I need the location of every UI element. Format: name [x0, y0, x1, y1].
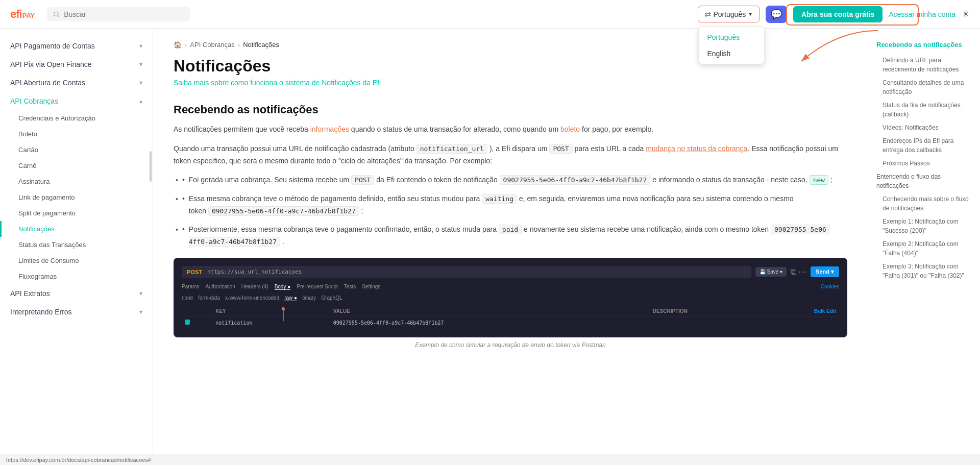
sidebar-sub-limites-consumo[interactable]: Limites de Consumo: [0, 253, 153, 268]
svg-point-0: [54, 12, 59, 16]
postman-tab-auth[interactable]: Authorization: [205, 284, 235, 290]
toc-item-status-fila[interactable]: Status da fila de notificações (callback…: [876, 99, 972, 121]
translate-icon: ⇄: [704, 9, 711, 19]
sidebar-item-erros[interactable]: Interpretando Erros ▾: [0, 303, 153, 321]
sidebar-label-abertura-contas: API Abertura de Contas: [10, 79, 85, 87]
postman-tabs: Params Authorization Headers (4) Body ● …: [182, 284, 839, 290]
lang-option-portuguese[interactable]: Português: [699, 29, 764, 45]
toc-item-defining-url[interactable]: Definindo a URL para recebimento de noti…: [876, 54, 972, 76]
discord-button[interactable]: 💬: [766, 6, 787, 23]
sidebar-item-pagamento-contas[interactable]: API Pagamento de Contas ▾: [0, 37, 153, 55]
postman-body-type-tabs: none form-data x-www-form-urlencoded raw…: [182, 295, 839, 301]
body-type-graphql[interactable]: GraphQL: [321, 295, 342, 301]
toc-item-videos[interactable]: Vídeos: Notificações: [876, 121, 972, 134]
search-icon: [53, 11, 60, 18]
body-type-form-data[interactable]: form-data: [198, 295, 220, 301]
code-token1: 09027955-5e06-4ff0-a9c7-46b47b8f1b27: [500, 175, 651, 185]
sidebar-sub-status-transacoes[interactable]: Status das Transações: [0, 237, 153, 253]
body-type-none[interactable]: none: [182, 295, 193, 301]
logo: efi PAY: [10, 8, 35, 21]
postman-url-bar: POST https://sua_url_notificacoes 💾 Save…: [182, 266, 839, 278]
postman-caption: Exemplo de como simular a requisição de …: [174, 341, 847, 349]
sidebar-sub-cartao[interactable]: Cartão: [0, 142, 153, 158]
logo-pay-text: PAY: [22, 12, 35, 19]
postman-tab-body[interactable]: Body ●: [275, 284, 291, 290]
toc-item-enderecos[interactable]: Endereços IPs da Efi para entrega dos ca…: [876, 134, 972, 157]
language-selector[interactable]: ⇄ Português ▼ Português English: [698, 6, 760, 22]
postman-cookies-link[interactable]: Cookies: [821, 284, 839, 290]
navbar-right: ⇄ Português ▼ Português English 💬 Abra s…: [698, 6, 970, 23]
sidebar-sub-fluxogramas[interactable]: Fluxogramas: [0, 268, 153, 284]
col-key: KEY: [212, 306, 330, 316]
sidebar-item-extratos[interactable]: API Extratos ▾: [0, 284, 153, 303]
chevron-up-icon: ▴: [139, 97, 142, 105]
toc-item-exemplo1[interactable]: Exemplo 1: Notificação com "Sucesso (200…: [876, 215, 972, 237]
link-mudanca-status[interactable]: mudança no status da cobrança: [646, 144, 747, 153]
code-waiting: waiting: [482, 194, 517, 204]
sidebar-item-cobrancas[interactable]: API Cobranças ▴: [0, 92, 153, 110]
toc-item-proximos-passos[interactable]: Próximos Passos: [876, 157, 972, 170]
chevron-down-icon: ▾: [139, 79, 142, 86]
theme-toggle-button[interactable]: ☀: [962, 9, 970, 20]
body-type-urlencoded[interactable]: x-www-form-urlencoded: [225, 295, 279, 301]
postman-row-value: 09027955-5e06-4ff0-a9c7-46b47b8f1b27: [330, 316, 650, 329]
chevron-down-icon: ▾: [139, 308, 142, 315]
sidebar-sub-carne[interactable]: Carnê: [0, 158, 153, 174]
postman-row-check: [182, 316, 212, 329]
language-dropdown: Português English: [698, 27, 765, 64]
body-type-binary[interactable]: binary: [302, 295, 316, 301]
sidebar-sub-boleto[interactable]: Boleto: [0, 126, 153, 142]
discord-icon: 💬: [771, 9, 782, 19]
search-input[interactable]: [64, 10, 184, 18]
sidebar-item-pix-open-finance[interactable]: API Pix via Open Finance ▾: [0, 55, 153, 74]
col-value: VALUE: [330, 306, 650, 316]
code-notification-url: notification_url: [416, 144, 487, 154]
sidebar-sub-link-pagamento[interactable]: Link de pagamento: [0, 189, 153, 205]
postman-tab-params[interactable]: Params: [182, 284, 199, 290]
toc-item-conhecendo-fluxo[interactable]: Conhecendo mais sobre o fluxo de notific…: [876, 192, 972, 215]
sidebar-sub-notificacoes[interactable]: Notificações: [0, 221, 153, 237]
toc-item-exemplo3[interactable]: Exemplo 3: Notificação com "Falha (301)"…: [876, 260, 972, 282]
open-account-button[interactable]: Abra sua conta grátis: [793, 6, 883, 22]
sidebar-label-pix-open-finance: API Pix via Open Finance: [10, 60, 92, 68]
breadcrumb-sep1: ›: [185, 41, 187, 48]
toc-title: Recebendo as notificações: [876, 41, 972, 48]
postman-arrow-indicator2: [276, 307, 291, 322]
sidebar-sub-split-pagamento[interactable]: Split de pagamento: [0, 205, 153, 221]
chevron-down-icon: ▼: [748, 11, 753, 17]
chevron-down-icon: ▾: [139, 61, 142, 68]
postman-row-key: notification: [212, 316, 330, 329]
sidebar-sub-assinatura[interactable]: Assinatura: [0, 174, 153, 189]
postman-send-btn: Send ▾: [811, 266, 839, 277]
chevron-down-icon: ▾: [139, 290, 142, 297]
highlight-boleto: boleto: [560, 125, 580, 133]
body-type-raw[interactable]: raw ●: [284, 295, 297, 301]
lang-option-english[interactable]: English: [699, 45, 764, 62]
postman-copy-icon: ⧉: [791, 267, 796, 277]
postman-tab-tests[interactable]: Tests: [344, 284, 356, 290]
postman-tab-pre-request[interactable]: Pre-request Script: [297, 284, 338, 290]
bullet-text-3: Posteriormente, essa mesma cobrança teve…: [189, 224, 847, 248]
code-new: new: [810, 175, 828, 185]
section1-para1: As notificações permitem que você receba…: [174, 124, 847, 136]
section1-title: Recebendo as notificações: [174, 103, 847, 116]
postman-settings-icon: ⋯: [798, 267, 806, 277]
highlight-informacoes: informações: [310, 125, 349, 133]
chevron-down-icon: ▾: [139, 42, 142, 50]
section1-para2: Quando uma transação possui uma URL de n…: [174, 143, 847, 167]
postman-tab-headers[interactable]: Headers (4): [241, 284, 268, 290]
postman-save-btn: 💾 Save ▾: [755, 267, 787, 277]
postman-tab-settings[interactable]: Settings: [362, 284, 380, 290]
breadcrumb-home-icon[interactable]: 🏠: [174, 41, 182, 48]
sidebar-item-abertura-contas[interactable]: API Abertura de Contas ▾: [0, 74, 153, 92]
toc-item-exemplo2[interactable]: Exemplo 2: Notificação com "Falha (404)": [876, 237, 972, 260]
toc-item-entendendo-fluxo[interactable]: Entendendo o fluxo das notificações: [876, 170, 972, 192]
bullet-dot-3: •: [182, 224, 185, 236]
bullet-list: • Foi gerada uma cobrança. Seu sistema r…: [174, 174, 847, 248]
breadcrumb-parent-link[interactable]: API Cobranças: [190, 41, 234, 48]
sidebar-sub-credenciais[interactable]: Credenciais e Autorização: [0, 110, 153, 126]
toc-item-consulting-details[interactable]: Consultando detalhes de uma notificação: [876, 76, 972, 99]
main-content: 🏠 › API Cobranças › Notificações Notific…: [153, 29, 868, 436]
login-button[interactable]: Acessar minha conta: [889, 10, 955, 18]
search-bar[interactable]: [47, 7, 190, 21]
